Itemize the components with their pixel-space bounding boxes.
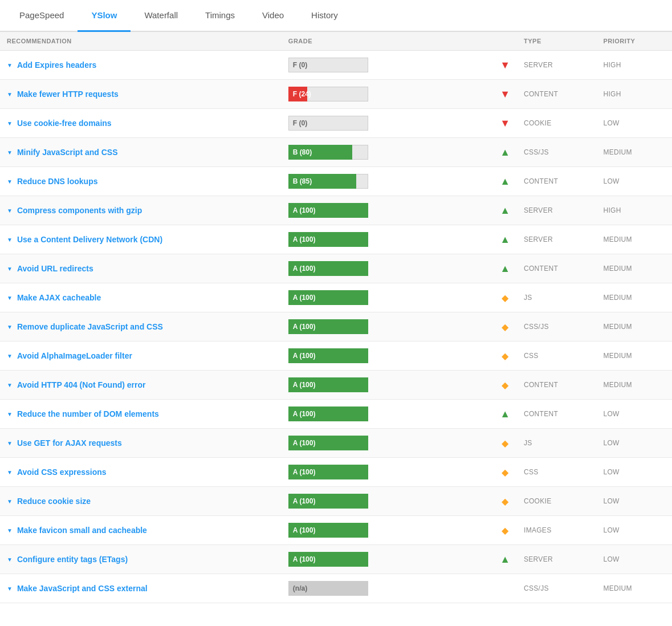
- type-cell: CONTENT: [517, 371, 596, 400]
- recommendation-link[interactable]: Reduce the number of DOM elements: [17, 409, 159, 418]
- indicator-cell: ◆: [493, 458, 517, 487]
- grade-cell: F (0): [282, 109, 493, 138]
- grade-cell: A (100): [282, 196, 493, 225]
- recommendation-link[interactable]: Minify JavaScript and CSS: [17, 148, 118, 157]
- grade-bar: B (80): [288, 145, 368, 160]
- grade-cell: A (100): [282, 429, 493, 458]
- grade-cell: A (100): [282, 487, 493, 516]
- recommendation-link[interactable]: Make favicon small and cacheable: [17, 526, 147, 535]
- indicator-cell: ▲: [493, 196, 517, 225]
- expand-chevron-icon[interactable]: ▼: [7, 440, 13, 446]
- expand-chevron-icon[interactable]: ▼: [7, 62, 13, 68]
- tab-timings[interactable]: Timings: [192, 0, 249, 32]
- recommendation-link[interactable]: Avoid AlphaImageLoader filter: [17, 351, 132, 360]
- tab-yslow[interactable]: YSlow: [78, 0, 131, 32]
- expand-chevron-icon[interactable]: ▼: [7, 237, 13, 243]
- recommendation-link[interactable]: Configure entity tags (ETags): [17, 555, 128, 564]
- arrow-up-icon: ▲: [500, 205, 510, 216]
- recommendation-link[interactable]: Avoid CSS expressions: [17, 468, 107, 477]
- recommendation-link[interactable]: Make AJAX cacheable: [17, 293, 101, 302]
- expand-chevron-icon[interactable]: ▼: [7, 149, 13, 156]
- table-row: ▼ Avoid URL redirects A (100) ▲CONTENTME…: [0, 254, 672, 283]
- expand-chevron-icon[interactable]: ▼: [7, 120, 13, 127]
- grade-label: F (24): [293, 90, 311, 98]
- type-cell: SERVER: [517, 225, 596, 254]
- expand-chevron-icon[interactable]: ▼: [7, 295, 13, 301]
- tab-video[interactable]: Video: [249, 0, 298, 32]
- tab-waterfall[interactable]: Waterfall: [131, 0, 192, 32]
- expand-chevron-icon[interactable]: ▼: [7, 266, 13, 272]
- priority-cell: HIGH: [596, 80, 672, 109]
- indicator-cell: ◆: [493, 429, 517, 458]
- recommendation-link[interactable]: Reduce cookie size: [17, 497, 91, 506]
- indicator-cell: ▼: [493, 109, 517, 138]
- indicator-cell: ◆: [493, 312, 517, 342]
- grade-label: F (0): [293, 119, 307, 127]
- recommendation-link[interactable]: Reduce DNS lookups: [17, 177, 98, 186]
- table-row: ▼ Use a Content Delivery Network (CDN) A…: [0, 225, 672, 254]
- indicator-cell: ◆: [493, 342, 517, 371]
- table-row: ▼ Make JavaScript and CSS external (n/a)…: [0, 574, 672, 603]
- table-row: ▼ Make favicon small and cacheable A (10…: [0, 516, 672, 545]
- indicator-cell: [493, 574, 517, 603]
- recommendation-link[interactable]: Use GET for AJAX requests: [17, 438, 122, 448]
- recommendation-link[interactable]: Avoid HTTP 404 (Not Found) error: [17, 380, 146, 389]
- recommendation-link[interactable]: Use cookie-free domains: [17, 119, 112, 128]
- expand-chevron-icon[interactable]: ▼: [7, 91, 13, 97]
- tab-pagespeed[interactable]: PageSpeed: [6, 0, 78, 32]
- expand-chevron-icon[interactable]: ▼: [7, 498, 13, 505]
- grade-cell: A (100): [282, 225, 493, 254]
- grade-label: A (100): [293, 294, 316, 302]
- diamond-icon: ◆: [502, 468, 508, 477]
- grade-bar: A (100): [288, 552, 368, 567]
- priority-cell: MEDIUM: [596, 371, 672, 400]
- recommendation-cell: ▼ Avoid URL redirects: [0, 254, 282, 283]
- arrow-up-icon: ▲: [500, 408, 510, 420]
- recommendation-cell: ▼ Reduce the number of DOM elements: [0, 400, 282, 429]
- recommendation-link[interactable]: Make JavaScript and CSS external: [17, 584, 148, 593]
- grade-cell: B (85): [282, 167, 493, 196]
- expand-chevron-icon[interactable]: ▼: [7, 527, 13, 534]
- grade-label: A (100): [293, 410, 316, 418]
- expand-chevron-icon[interactable]: ▼: [7, 353, 13, 359]
- type-cell: CONTENT: [517, 254, 596, 283]
- grade-bar: A (100): [288, 436, 368, 450]
- expand-chevron-icon[interactable]: ▼: [7, 208, 13, 214]
- arrow-up-icon: ▲: [500, 176, 510, 187]
- expand-chevron-icon[interactable]: ▼: [7, 586, 13, 592]
- grade-cell: A (100): [282, 545, 493, 574]
- table-row: ▼ Use GET for AJAX requests A (100) ◆JSL…: [0, 429, 672, 458]
- expand-chevron-icon[interactable]: ▼: [7, 178, 13, 185]
- recommendation-link[interactable]: Add Expires headers: [17, 60, 96, 70]
- recommendation-cell: ▼ Use a Content Delivery Network (CDN): [0, 225, 282, 254]
- expand-chevron-icon[interactable]: ▼: [7, 556, 13, 563]
- recommendation-link[interactable]: Make fewer HTTP requests: [17, 90, 119, 99]
- recommendation-cell: ▼ Avoid AlphaImageLoader filter: [0, 342, 282, 371]
- grade-cell: F (0): [282, 51, 493, 80]
- recommendation-link[interactable]: Compress components with gzip: [17, 206, 142, 215]
- grade-bar: A (100): [288, 377, 368, 392]
- recommendation-link[interactable]: Remove duplicate JavaScript and CSS: [17, 322, 163, 331]
- type-cell: SERVER: [517, 545, 596, 574]
- table-row: ▼ Add Expires headers F (0) ▼SERVERHIGH: [0, 51, 672, 80]
- recommendation-cell: ▼ Avoid HTTP 404 (Not Found) error: [0, 371, 282, 400]
- grade-bar: A (100): [288, 523, 368, 538]
- priority-cell: LOW: [596, 545, 672, 574]
- expand-chevron-icon[interactable]: ▼: [7, 469, 13, 475]
- expand-chevron-icon[interactable]: ▼: [7, 411, 13, 417]
- expand-chevron-icon[interactable]: ▼: [7, 382, 13, 388]
- recommendation-link[interactable]: Avoid URL redirects: [17, 264, 93, 273]
- grade-label: A (100): [293, 235, 316, 243]
- type-cell: JS: [517, 283, 596, 312]
- priority-cell: LOW: [596, 429, 672, 458]
- grade-bar: A (100): [288, 261, 368, 276]
- tabs-container: PageSpeedYSlowWaterfallTimingsVideoHisto…: [0, 0, 672, 32]
- expand-chevron-icon[interactable]: ▼: [7, 324, 13, 330]
- table-row: ▼ Avoid CSS expressions A (100) ◆CSSLOW: [0, 458, 672, 487]
- grade-cell: B (80): [282, 138, 493, 167]
- recommendation-link[interactable]: Use a Content Delivery Network (CDN): [17, 235, 162, 244]
- priority-cell: LOW: [596, 109, 672, 138]
- indicator-cell: ▼: [493, 80, 517, 109]
- grade-cell: A (100): [282, 458, 493, 487]
- tab-history[interactable]: History: [298, 0, 352, 32]
